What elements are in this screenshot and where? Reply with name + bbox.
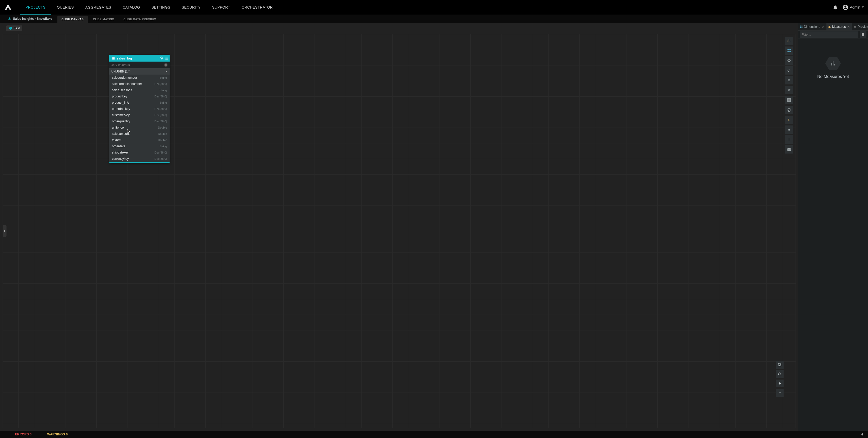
zoom-in[interactable]: + xyxy=(776,380,783,387)
errors-count[interactable]: ERRORS 0 xyxy=(15,433,32,436)
search-canvas[interactable] xyxy=(776,370,783,378)
tool-measures[interactable] xyxy=(785,37,793,45)
warnings-count[interactable]: WARNINGS 0 xyxy=(47,433,68,436)
zoom-out[interactable]: − xyxy=(776,389,783,397)
canvas-wrap: Test sales_log ✕ xyxy=(0,23,798,431)
snowflake-icon xyxy=(8,17,11,21)
tool-docs[interactable] xyxy=(785,106,793,114)
column-name: customerkey xyxy=(112,113,130,117)
column-row[interactable]: orderquantityDec(38,0) xyxy=(110,118,169,124)
cube-chip-test[interactable]: Test xyxy=(6,26,22,31)
svg-text:Σ: Σ xyxy=(788,118,789,121)
column-name: currencykey xyxy=(112,157,129,161)
tab-cube-matrix[interactable]: CUBE MATRIX xyxy=(89,15,118,23)
column-type: Dec(38,0) xyxy=(155,151,167,154)
status-bar: ERRORS 0 WARNINGS 0 xyxy=(0,431,868,438)
svg-point-9 xyxy=(788,89,789,90)
svg-rect-16 xyxy=(787,149,790,151)
column-type: String xyxy=(159,145,167,148)
user-menu[interactable]: Admin xyxy=(842,4,864,10)
right-panel-tabs: Dimensions✕Measures✕Preview✕ xyxy=(798,23,868,31)
table-card-menu-icon[interactable] xyxy=(165,57,168,60)
column-row[interactable]: salesordernumberString xyxy=(110,74,169,81)
tool-find[interactable] xyxy=(785,86,793,94)
tool-grid[interactable] xyxy=(785,96,793,104)
fit-to-screen[interactable] xyxy=(776,361,783,369)
breadcrumb-label: Sales Insights - Snowflake xyxy=(13,17,52,21)
measures-filter-input[interactable] xyxy=(800,31,858,38)
tool-percent[interactable]: % xyxy=(785,76,793,85)
cube-icon xyxy=(9,27,12,30)
rp-tab-preview[interactable]: Preview✕ xyxy=(852,23,868,31)
nav-orchestrator[interactable]: ORCHESTRATOR xyxy=(236,0,278,14)
column-name: salesorderlinenumber xyxy=(112,82,142,86)
breadcrumb[interactable]: Sales Insights - Snowflake xyxy=(8,14,52,23)
column-name: salesordernumber xyxy=(112,76,137,80)
column-name: salesamount xyxy=(112,132,130,135)
column-name: productkey xyxy=(112,95,127,98)
close-icon[interactable]: ✕ xyxy=(821,25,825,29)
column-row[interactable]: customerkeyDec(38,0) xyxy=(110,112,169,118)
column-row[interactable]: shipdatekeyDec(38,0) xyxy=(110,149,169,156)
dimensions-icon xyxy=(800,25,803,28)
column-name: orderquantity xyxy=(112,120,130,123)
column-row[interactable]: orderdatekeyDec(38,0) xyxy=(110,106,169,112)
column-row[interactable]: taxamtDouble xyxy=(110,137,169,143)
nav-aggregates[interactable]: AGGREGATES xyxy=(80,0,117,14)
column-row[interactable]: productkeyDec(38,0) xyxy=(110,93,169,99)
tool-snapshot[interactable] xyxy=(785,145,793,154)
column-row[interactable]: salesorderlinenumberDec(38,0) xyxy=(110,81,169,87)
column-type: String xyxy=(159,76,167,79)
nav-catalog[interactable]: CATALOG xyxy=(117,0,146,14)
clear-filter-icon[interactable]: ✕ xyxy=(164,63,167,67)
svg-rect-18 xyxy=(788,148,789,149)
left-drawer-toggle[interactable] xyxy=(3,225,6,237)
rp-tab-dimensions[interactable]: Dimensions✕ xyxy=(798,23,827,31)
nav-security[interactable]: SECURITY xyxy=(176,0,207,14)
column-group-label: UNUSED (14) xyxy=(112,70,130,73)
empty-state-hex xyxy=(826,57,841,70)
nav-queries[interactable]: QUERIES xyxy=(51,0,80,14)
tool-sigma[interactable]: Σ xyxy=(785,116,793,124)
tab-cube-canvas[interactable]: CUBE CANVAS xyxy=(57,15,88,23)
svg-point-3 xyxy=(161,58,162,58)
notifications-bell-icon[interactable] xyxy=(833,5,838,10)
top-nav: PROJECTSQUERIESAGGREGATESCATALOGSETTINGS… xyxy=(0,0,868,14)
nav-settings[interactable]: SETTINGS xyxy=(146,0,176,14)
column-row[interactable]: sales_reasonsString xyxy=(110,87,169,93)
nav-projects[interactable]: PROJECTS xyxy=(20,0,51,14)
column-row[interactable]: currencykeyDec(38,0) xyxy=(110,156,169,162)
tool-collapse[interactable] xyxy=(785,125,793,134)
svg-point-14 xyxy=(789,138,789,139)
nav-support[interactable]: SUPPORT xyxy=(207,0,236,14)
column-name: taxamt xyxy=(112,138,121,142)
cube-chip-label: Test xyxy=(14,27,20,30)
column-filter-input[interactable] xyxy=(112,63,164,67)
tab-cube-data-preview[interactable]: CUBE DATA PREVIEW xyxy=(119,15,160,23)
right-panel-menu[interactable] xyxy=(860,31,866,38)
svg-rect-25 xyxy=(802,27,803,28)
chevron-right-icon xyxy=(4,230,5,232)
tool-dimensions[interactable] xyxy=(785,46,793,55)
table-card-header[interactable]: sales_log xyxy=(110,55,169,62)
column-row[interactable]: unitpriceDouble xyxy=(110,124,169,131)
canvas[interactable]: sales_log ✕ UNUSED (14) salesordernumber… xyxy=(3,34,796,428)
user-avatar-icon xyxy=(842,4,848,10)
column-row[interactable]: product_infoString xyxy=(110,99,169,106)
column-row[interactable]: salesamountDouble xyxy=(110,131,169,137)
svg-point-10 xyxy=(789,89,790,90)
rp-tab-measures[interactable]: Measures✕ xyxy=(827,23,852,31)
close-icon[interactable]: ✕ xyxy=(847,25,850,29)
tool-join[interactable] xyxy=(785,66,793,74)
app-logo[interactable] xyxy=(4,3,12,11)
column-type: Dec(38,0) xyxy=(155,157,167,160)
table-card-sales-log[interactable]: sales_log ✕ UNUSED (14) salesordernumber… xyxy=(110,55,169,163)
table-icon xyxy=(112,56,115,60)
tool-preview[interactable] xyxy=(785,56,793,65)
column-row[interactable]: orderdateString xyxy=(110,143,169,149)
status-collapse-icon[interactable] xyxy=(861,433,863,436)
tool-info[interactable] xyxy=(785,135,793,144)
column-name: orderdate xyxy=(112,145,125,148)
column-group-unused[interactable]: UNUSED (14) xyxy=(110,68,169,74)
preview-icon xyxy=(854,25,857,28)
